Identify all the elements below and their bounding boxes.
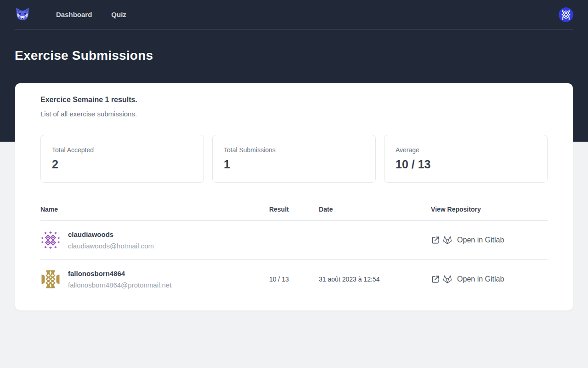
user-name: fallonosborn4864 [68,270,171,277]
fox-logo-icon[interactable] [15,7,31,22]
open-in-gitlab-link[interactable]: Open in Gitlab [431,236,504,245]
open-in-gitlab-label: Open in Gitlab [457,275,504,283]
stat-label: Total Accepted [52,146,192,154]
stat-total-accepted: Total Accepted 2 [40,135,204,183]
result-cell: 10 / 13 [269,276,319,283]
user-email: fallonosborn4864@protonmail.net [68,281,171,289]
external-link-icon [431,236,440,245]
stat-label: Average [396,146,536,154]
stat-total-submissions: Total Submissions 1 [212,135,376,183]
top-navbar: Dashboard Quiz [15,0,573,29]
page-title: Exercise Submissions [15,48,573,63]
column-header-view-repository: View Repository [431,206,548,213]
table-row: fallonosborn4864 fallonosborn4864@proton… [40,259,548,299]
date-cell: 31 août 2023 à 12:54 [319,276,431,283]
open-in-gitlab-label: Open in Gitlab [457,236,504,244]
stat-value: 1 [224,158,364,171]
stat-value: 2 [52,158,192,171]
submissions-panel: Exercice Semaine 1 results. List of all … [15,83,573,310]
column-header-result: Result [269,206,319,213]
stats-row: Total Accepted 2 Total Submissions 1 Ave… [40,135,548,183]
nav-link-dashboard[interactable]: Dashboard [56,11,92,18]
user-name: claudiawoods [68,230,154,238]
user-cell: fallonosborn4864 fallonosborn4864@proton… [40,269,269,289]
stat-value: 10 / 13 [396,158,536,171]
gitlab-tanuki-icon [442,236,452,245]
column-header-name: Name [40,206,269,213]
nav-link-quiz[interactable]: Quiz [111,11,126,18]
user-cell: claudiawoods claudiawoods@hotmail.com [40,230,269,250]
panel-subtitle: List of all exercise submissions. [40,110,548,118]
user-identity: fallonosborn4864 fallonosborn4864@proton… [68,270,171,289]
submissions-table: Name Result Date View Repository [40,206,548,299]
stat-average: Average 10 / 13 [384,135,548,183]
user-avatar[interactable] [559,7,573,22]
open-in-gitlab-link[interactable]: Open in Gitlab [431,275,504,284]
avatar [40,230,61,250]
stat-label: Total Submissions [224,146,364,154]
table-row: claudiawoods claudiawoods@hotmail.com [40,221,548,259]
avatar [40,269,61,289]
column-header-date: Date [319,206,431,213]
gitlab-tanuki-icon [442,275,452,284]
table-header-row: Name Result Date View Repository [40,206,548,221]
external-link-icon [431,275,440,284]
panel-title: Exercice Semaine 1 results. [40,96,548,104]
user-identity: claudiawoods claudiawoods@hotmail.com [68,230,154,250]
user-email: claudiawoods@hotmail.com [68,242,154,250]
